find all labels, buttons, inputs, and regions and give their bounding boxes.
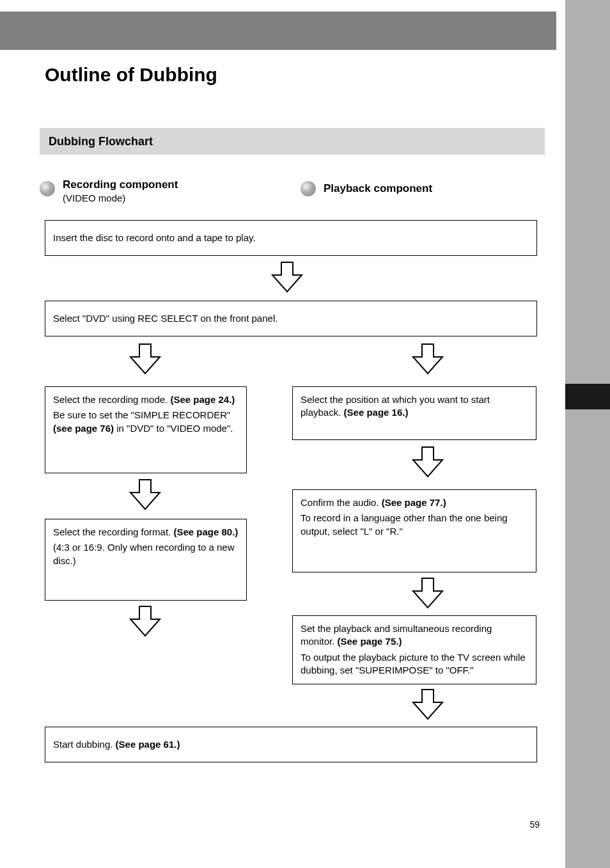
- down-arrow-icon: [409, 688, 446, 722]
- step-right-2-link1: (See page 77.): [382, 497, 446, 508]
- down-arrow-icon: [127, 605, 164, 638]
- right-sidebar: [565, 0, 610, 868]
- down-arrow-icon: [409, 577, 446, 610]
- step-left-2-text2: (4:3 or 16:9. Only when recording to a n…: [53, 541, 239, 567]
- step-final-link1: (See page 61.): [116, 738, 180, 751]
- down-arrow-icon: [269, 261, 306, 294]
- step-right-1-link1: (See page 16.): [344, 407, 409, 418]
- header-bar: [0, 12, 556, 50]
- step-left-1-link2: (see page 76): [53, 423, 114, 434]
- page-title: Outline of Dubbing: [45, 64, 217, 86]
- mode-labels: Recording component (VIDEO mode) Playbac…: [40, 176, 545, 204]
- step-box-final: Start dubbing. (See page 61.): [45, 727, 537, 762]
- step-left-2-link1: (See page 80.): [173, 526, 238, 537]
- bullet-icon: [301, 181, 316, 196]
- mode-a-title: Recording component: [63, 178, 178, 191]
- step-left-1-text3: in "DVD" to "VIDEO mode".: [116, 423, 233, 434]
- step-box-right-2: Confirm the audio. (See page 77.) To rec…: [292, 489, 536, 572]
- step-box-left-2: Select the recording format. (See page 8…: [45, 519, 247, 601]
- mode-a-label: Recording component (VIDEO mode): [63, 178, 178, 203]
- step-box-2: Select "DVD" using REC SELECT on the fro…: [45, 301, 537, 336]
- down-arrow-icon: [409, 446, 446, 479]
- section-header: Dubbing Flowchart: [40, 128, 545, 155]
- step-right-3-link1: (See page 75.): [338, 636, 402, 647]
- mode-b-title: Playback component: [324, 182, 432, 194]
- step-box-right-1: Select the position at which you want to…: [292, 386, 536, 440]
- step-left-2-text1: Select the recording format.: [53, 526, 171, 537]
- step-right-2-text1: Confirm the audio.: [301, 497, 379, 508]
- step2-text: Select "DVD" using REC SELECT on the fro…: [53, 312, 278, 325]
- mode-b-label: Playback component: [324, 182, 432, 195]
- step-left-1-text1: Select the recording mode.: [53, 394, 168, 405]
- step-box-left-1: Select the recording mode. (See page 24.…: [45, 386, 247, 473]
- step-right-3-text2: To output the playback picture to the TV…: [301, 651, 528, 677]
- step-box-right-3: Set the playback and simultaneous record…: [292, 615, 536, 684]
- step-right-2-text2: To record in a language other than the o…: [301, 512, 528, 538]
- step-left-1-link1: (See page 24.): [170, 394, 235, 405]
- down-arrow-icon: [127, 343, 164, 376]
- mode-a-subtitle: (VIDEO mode): [63, 193, 178, 203]
- down-arrow-icon: [127, 478, 164, 512]
- bullet-icon: [40, 181, 55, 196]
- step-box-1: Insert the disc to record onto and a tap…: [45, 220, 537, 256]
- step-final-text1: Start dubbing.: [53, 738, 113, 751]
- step1-text: Insert the disc to record onto and a tap…: [53, 232, 256, 244]
- page-number: 59: [529, 819, 540, 830]
- step-left-1-text2: Be sure to set the "SIMPLE RECORDER": [53, 409, 230, 420]
- page-tab: [565, 384, 610, 409]
- down-arrow-icon: [409, 343, 446, 376]
